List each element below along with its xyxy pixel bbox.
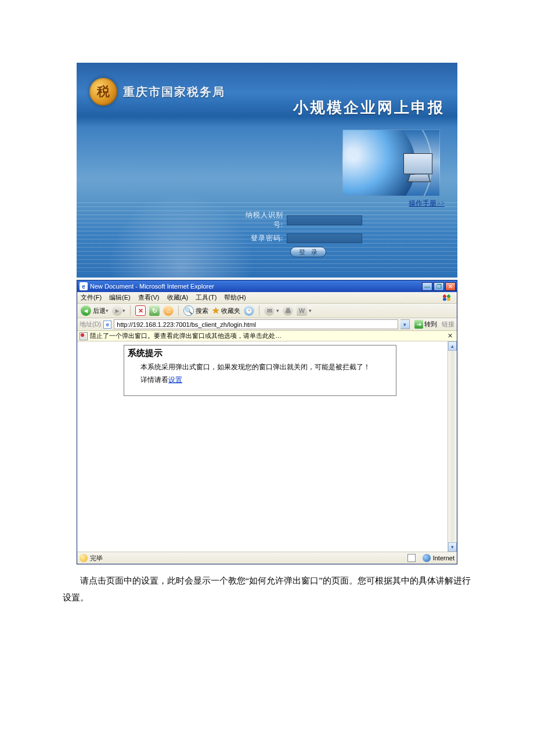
login-form: 纳税人识别号: 登录密码: 登 录 (239, 210, 362, 257)
tip-line2-prefix: 详情请看 (140, 376, 168, 384)
ie-addressbar: 地址(D) e http://192.168.1.223:7001/bs_cli… (77, 318, 457, 331)
forward-chevron-icon: ▾ (122, 308, 125, 314)
popup-blocked-text: 阻止了一个弹出窗口。要查看此弹出窗口或其他选项，请单击此处… (90, 332, 282, 340)
refresh-icon[interactable]: ↻ (149, 305, 160, 316)
home-icon[interactable]: ⌂ (163, 305, 174, 316)
login-button[interactable]: 登 录 (290, 247, 326, 257)
system-tip-box: 系统提示 本系统采用弹出式窗口，如果发现您的窗口弹出就关闭，可能是被拦截了！ 详… (124, 345, 396, 396)
go-label: 转到 (424, 320, 437, 329)
menu-tools[interactable]: 工具(T) (196, 294, 217, 301)
back-button[interactable]: ◄ 后退 ▾ (81, 305, 109, 316)
links-label[interactable]: 链接 (442, 320, 454, 329)
scroll-down-icon[interactable]: ▾ (448, 542, 457, 552)
back-arrow-icon: ◄ (81, 305, 91, 316)
history-icon[interactable]: 🕑 (244, 305, 254, 316)
page-icon: e (103, 321, 111, 329)
menu-fav[interactable]: 收藏(A) (167, 294, 189, 301)
popup-blocked-bar[interactable]: 阻止了一个弹出窗口。要查看此弹出窗口或其他选项，请单击此处… ✕ (77, 331, 457, 341)
menu-edit[interactable]: 编辑(E) (109, 294, 131, 301)
tax-login-banner: 税 重庆市国家税务局 小规模企业网上申报 操作手册>> 纳税人识别号: 登录密码… (77, 63, 457, 278)
go-button[interactable]: ➔ 转到 (412, 319, 439, 329)
search-label: 搜索 (196, 307, 208, 315)
internet-zone-text: Internet (433, 555, 454, 561)
toolbar-separator (178, 305, 179, 316)
search-button[interactable]: 🔍 搜索 (183, 305, 208, 316)
back-chevron-icon: ▾ (106, 308, 109, 314)
internet-zone-icon (423, 554, 431, 562)
scroll-up-icon[interactable]: ▴ (448, 341, 457, 351)
tip-title: 系统提示 (124, 345, 396, 360)
mail-icon[interactable]: ✉ (264, 305, 275, 316)
menu-help[interactable]: 帮助(H) (224, 294, 246, 301)
ie-menubar: 文件(F) 编辑(E) 查看(V) 收藏(A) 工具(T) 帮助(H) (77, 292, 457, 304)
ie-titlebar: e New Document - Microsoft Internet Expl… (77, 280, 457, 292)
ie-logo-icon: e (80, 282, 88, 290)
favorites-label: 收藏夹 (221, 307, 240, 315)
taxpayer-id-label: 纳税人识别号: (239, 210, 283, 230)
popup-bar-close[interactable]: ✕ (446, 332, 454, 340)
ie-content: 系统提示 本系统采用弹出式窗口，如果发现您的窗口弹出就关闭，可能是被拦截了！ 详… (77, 341, 457, 552)
close-button[interactable]: ✕ (445, 282, 456, 291)
windows-flag-icon (442, 294, 453, 302)
password-label: 登录密码: (239, 233, 283, 243)
system-title: 小规模企业网上申报 (293, 98, 445, 118)
popup-blocked-icon (80, 332, 88, 340)
menu-view[interactable]: 查看(V) (138, 294, 160, 301)
status-popup-icon (407, 554, 416, 562)
hero-image (342, 129, 440, 196)
address-label: 地址(D) (80, 320, 101, 329)
ie-window: e New Document - Microsoft Internet Expl… (77, 280, 457, 564)
status-done-icon (80, 554, 88, 562)
minimize-button[interactable]: — (422, 282, 432, 291)
tip-line1: 本系统采用弹出式窗口，如果发现您的窗口弹出就关闭，可能是被拦截了！ (140, 361, 392, 374)
search-icon: 🔍 (183, 305, 194, 316)
favorites-button[interactable]: ★ 收藏夹 (212, 305, 240, 316)
print-icon[interactable]: 🖶 (283, 305, 293, 316)
address-dropdown[interactable]: ▾ (400, 319, 410, 329)
vertical-scrollbar[interactable]: ▴ ▾ (448, 341, 457, 552)
status-done-text: 完毕 (90, 554, 103, 563)
go-arrow-icon: ➔ (414, 320, 423, 329)
org-header: 税 重庆市国家税务局 (89, 78, 225, 106)
address-input[interactable]: http://192.168.1.223:7001/bs_client_zh/l… (114, 319, 398, 329)
window-title: New Document - Microsoft Internet Explor… (90, 283, 214, 290)
ie-statusbar: 完毕 Internet (77, 552, 457, 564)
toolbar-separator (259, 305, 259, 316)
taxpayer-id-input[interactable] (287, 215, 362, 225)
toolbar-separator (130, 305, 131, 316)
forward-arrow-icon: ► (112, 305, 122, 316)
password-input[interactable] (287, 233, 362, 243)
forward-button[interactable]: ► ▾ (112, 305, 125, 316)
menu-file[interactable]: 文件(F) (81, 294, 102, 301)
tax-emblem-icon: 税 (89, 78, 117, 106)
back-label: 后退 (93, 307, 106, 315)
org-name: 重庆市国家税务局 (123, 84, 225, 100)
edit-icon[interactable]: W (297, 305, 307, 316)
instruction-paragraph: 请点击页面中的设置，此时会显示一个教您“如何允许弹出窗口”的页面。您可根据其中的… (63, 573, 472, 607)
ie-toolbar: ◄ 后退 ▾ ► ▾ ✕ ↻ ⌂ 🔍 搜索 ★ 收藏夹 🕑 ✉▾ (77, 304, 457, 318)
stop-icon[interactable]: ✕ (135, 305, 146, 316)
star-icon: ★ (212, 305, 219, 316)
maximize-button[interactable]: ❐ (434, 282, 444, 291)
manual-link[interactable]: 操作手册>> (409, 199, 445, 208)
settings-link[interactable]: 设置 (168, 376, 182, 384)
